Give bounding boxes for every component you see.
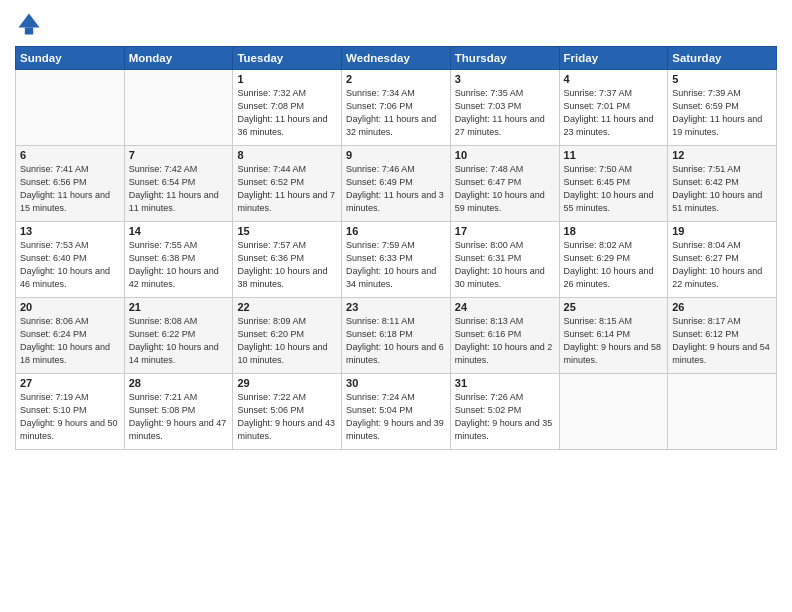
- header-cell-friday: Friday: [559, 47, 668, 70]
- day-number: 10: [455, 149, 555, 161]
- day-content: Sunrise: 8:00 AM Sunset: 6:31 PM Dayligh…: [455, 239, 555, 291]
- day-number: 6: [20, 149, 120, 161]
- day-number: 28: [129, 377, 229, 389]
- day-number: 31: [455, 377, 555, 389]
- day-number: 12: [672, 149, 772, 161]
- day-cell: 26Sunrise: 8:17 AM Sunset: 6:12 PM Dayli…: [668, 298, 777, 374]
- day-content: Sunrise: 8:17 AM Sunset: 6:12 PM Dayligh…: [672, 315, 772, 367]
- day-number: 2: [346, 73, 446, 85]
- day-cell: 25Sunrise: 8:15 AM Sunset: 6:14 PM Dayli…: [559, 298, 668, 374]
- day-cell: 11Sunrise: 7:50 AM Sunset: 6:45 PM Dayli…: [559, 146, 668, 222]
- day-content: Sunrise: 8:06 AM Sunset: 6:24 PM Dayligh…: [20, 315, 120, 367]
- day-cell: 28Sunrise: 7:21 AM Sunset: 5:08 PM Dayli…: [124, 374, 233, 450]
- day-content: Sunrise: 7:48 AM Sunset: 6:47 PM Dayligh…: [455, 163, 555, 215]
- day-number: 30: [346, 377, 446, 389]
- logo: [15, 10, 47, 38]
- day-content: Sunrise: 8:04 AM Sunset: 6:27 PM Dayligh…: [672, 239, 772, 291]
- day-cell: 7Sunrise: 7:42 AM Sunset: 6:54 PM Daylig…: [124, 146, 233, 222]
- day-content: Sunrise: 8:11 AM Sunset: 6:18 PM Dayligh…: [346, 315, 446, 367]
- day-cell: 3Sunrise: 7:35 AM Sunset: 7:03 PM Daylig…: [450, 70, 559, 146]
- day-number: 24: [455, 301, 555, 313]
- day-cell: 16Sunrise: 7:59 AM Sunset: 6:33 PM Dayli…: [342, 222, 451, 298]
- day-content: Sunrise: 7:22 AM Sunset: 5:06 PM Dayligh…: [237, 391, 337, 443]
- day-cell: 8Sunrise: 7:44 AM Sunset: 6:52 PM Daylig…: [233, 146, 342, 222]
- day-cell: 14Sunrise: 7:55 AM Sunset: 6:38 PM Dayli…: [124, 222, 233, 298]
- day-cell: 18Sunrise: 8:02 AM Sunset: 6:29 PM Dayli…: [559, 222, 668, 298]
- day-number: 8: [237, 149, 337, 161]
- header-cell-tuesday: Tuesday: [233, 47, 342, 70]
- day-cell: 5Sunrise: 7:39 AM Sunset: 6:59 PM Daylig…: [668, 70, 777, 146]
- header-row: SundayMondayTuesdayWednesdayThursdayFrid…: [16, 47, 777, 70]
- day-content: Sunrise: 7:50 AM Sunset: 6:45 PM Dayligh…: [564, 163, 664, 215]
- header-cell-thursday: Thursday: [450, 47, 559, 70]
- day-number: 29: [237, 377, 337, 389]
- day-content: Sunrise: 7:21 AM Sunset: 5:08 PM Dayligh…: [129, 391, 229, 443]
- day-content: Sunrise: 8:15 AM Sunset: 6:14 PM Dayligh…: [564, 315, 664, 367]
- day-number: 27: [20, 377, 120, 389]
- day-number: 19: [672, 225, 772, 237]
- day-number: 11: [564, 149, 664, 161]
- day-number: 23: [346, 301, 446, 313]
- day-number: 21: [129, 301, 229, 313]
- day-content: Sunrise: 7:24 AM Sunset: 5:04 PM Dayligh…: [346, 391, 446, 443]
- day-cell: 4Sunrise: 7:37 AM Sunset: 7:01 PM Daylig…: [559, 70, 668, 146]
- day-content: Sunrise: 7:42 AM Sunset: 6:54 PM Dayligh…: [129, 163, 229, 215]
- header-cell-saturday: Saturday: [668, 47, 777, 70]
- day-cell: [559, 374, 668, 450]
- day-content: Sunrise: 7:59 AM Sunset: 6:33 PM Dayligh…: [346, 239, 446, 291]
- day-number: 4: [564, 73, 664, 85]
- day-content: Sunrise: 7:39 AM Sunset: 6:59 PM Dayligh…: [672, 87, 772, 139]
- week-row-3: 13Sunrise: 7:53 AM Sunset: 6:40 PM Dayli…: [16, 222, 777, 298]
- day-cell: 21Sunrise: 8:08 AM Sunset: 6:22 PM Dayli…: [124, 298, 233, 374]
- day-cell: [124, 70, 233, 146]
- day-cell: 30Sunrise: 7:24 AM Sunset: 5:04 PM Dayli…: [342, 374, 451, 450]
- header-cell-wednesday: Wednesday: [342, 47, 451, 70]
- svg-marker-0: [19, 14, 40, 28]
- day-cell: [16, 70, 125, 146]
- calendar-table: SundayMondayTuesdayWednesdayThursdayFrid…: [15, 46, 777, 450]
- day-cell: 24Sunrise: 8:13 AM Sunset: 6:16 PM Dayli…: [450, 298, 559, 374]
- day-cell: [668, 374, 777, 450]
- day-content: Sunrise: 7:55 AM Sunset: 6:38 PM Dayligh…: [129, 239, 229, 291]
- day-number: 17: [455, 225, 555, 237]
- header: [15, 10, 777, 38]
- day-number: 18: [564, 225, 664, 237]
- day-cell: 12Sunrise: 7:51 AM Sunset: 6:42 PM Dayli…: [668, 146, 777, 222]
- day-content: Sunrise: 8:08 AM Sunset: 6:22 PM Dayligh…: [129, 315, 229, 367]
- day-content: Sunrise: 7:32 AM Sunset: 7:08 PM Dayligh…: [237, 87, 337, 139]
- day-content: Sunrise: 7:53 AM Sunset: 6:40 PM Dayligh…: [20, 239, 120, 291]
- day-cell: 22Sunrise: 8:09 AM Sunset: 6:20 PM Dayli…: [233, 298, 342, 374]
- day-content: Sunrise: 7:57 AM Sunset: 6:36 PM Dayligh…: [237, 239, 337, 291]
- week-row-5: 27Sunrise: 7:19 AM Sunset: 5:10 PM Dayli…: [16, 374, 777, 450]
- day-content: Sunrise: 7:34 AM Sunset: 7:06 PM Dayligh…: [346, 87, 446, 139]
- day-cell: 23Sunrise: 8:11 AM Sunset: 6:18 PM Dayli…: [342, 298, 451, 374]
- page: SundayMondayTuesdayWednesdayThursdayFrid…: [0, 0, 792, 612]
- day-number: 16: [346, 225, 446, 237]
- day-number: 22: [237, 301, 337, 313]
- day-content: Sunrise: 7:51 AM Sunset: 6:42 PM Dayligh…: [672, 163, 772, 215]
- day-number: 7: [129, 149, 229, 161]
- day-number: 1: [237, 73, 337, 85]
- day-content: Sunrise: 7:35 AM Sunset: 7:03 PM Dayligh…: [455, 87, 555, 139]
- day-number: 25: [564, 301, 664, 313]
- day-cell: 29Sunrise: 7:22 AM Sunset: 5:06 PM Dayli…: [233, 374, 342, 450]
- day-cell: 1Sunrise: 7:32 AM Sunset: 7:08 PM Daylig…: [233, 70, 342, 146]
- logo-icon: [15, 10, 43, 38]
- day-content: Sunrise: 7:44 AM Sunset: 6:52 PM Dayligh…: [237, 163, 337, 215]
- day-number: 20: [20, 301, 120, 313]
- day-cell: 9Sunrise: 7:46 AM Sunset: 6:49 PM Daylig…: [342, 146, 451, 222]
- day-cell: 10Sunrise: 7:48 AM Sunset: 6:47 PM Dayli…: [450, 146, 559, 222]
- header-cell-sunday: Sunday: [16, 47, 125, 70]
- day-content: Sunrise: 7:41 AM Sunset: 6:56 PM Dayligh…: [20, 163, 120, 215]
- day-number: 3: [455, 73, 555, 85]
- day-cell: 15Sunrise: 7:57 AM Sunset: 6:36 PM Dayli…: [233, 222, 342, 298]
- day-cell: 19Sunrise: 8:04 AM Sunset: 6:27 PM Dayli…: [668, 222, 777, 298]
- day-number: 9: [346, 149, 446, 161]
- day-number: 13: [20, 225, 120, 237]
- day-content: Sunrise: 8:09 AM Sunset: 6:20 PM Dayligh…: [237, 315, 337, 367]
- day-cell: 13Sunrise: 7:53 AM Sunset: 6:40 PM Dayli…: [16, 222, 125, 298]
- week-row-1: 1Sunrise: 7:32 AM Sunset: 7:08 PM Daylig…: [16, 70, 777, 146]
- day-content: Sunrise: 7:37 AM Sunset: 7:01 PM Dayligh…: [564, 87, 664, 139]
- day-content: Sunrise: 7:26 AM Sunset: 5:02 PM Dayligh…: [455, 391, 555, 443]
- day-number: 5: [672, 73, 772, 85]
